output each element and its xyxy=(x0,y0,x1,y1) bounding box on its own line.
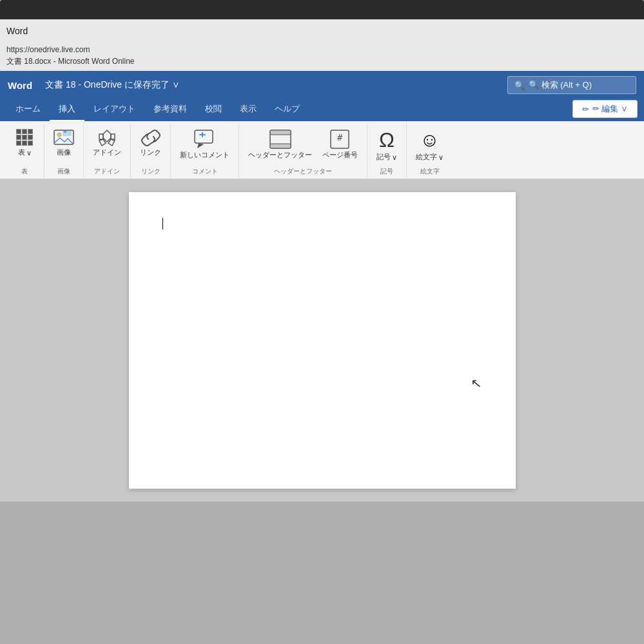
insert-image-button[interactable]: 画像 xyxy=(50,126,78,160)
comment-group-items: 新しいコメント xyxy=(176,126,233,164)
header-footer-icon xyxy=(269,129,292,150)
insert-page-number-button[interactable]: # ページ番号 xyxy=(318,126,362,162)
comment-btn-label: 新しいコメント xyxy=(180,151,229,160)
svg-text:#: # xyxy=(337,132,343,142)
ribbon-group-header-footer: ヘッダーとフッター # ページ番号 ヘッダーとフッター xyxy=(239,124,367,179)
tab-references[interactable]: 参考資料 xyxy=(144,99,196,121)
table-group-label: 表 xyxy=(21,164,28,176)
tab-review[interactable]: 校閲 xyxy=(196,99,231,121)
table-icon xyxy=(16,129,33,146)
browser-title-bar: Word xyxy=(0,19,644,43)
svg-rect-15 xyxy=(270,130,291,135)
word-doc-title[interactable]: 文書 18 - OneDrive に保存完了 ∨ xyxy=(45,79,500,91)
addin-icon xyxy=(97,129,117,147)
addin-group-items: アドイン xyxy=(89,126,125,164)
url-line1: https://onedrive.live.com xyxy=(6,44,638,55)
insert-header-footer-button[interactable]: ヘッダーとフッター xyxy=(244,126,316,162)
emoji-group-items: ☺ 絵文字 ∨ xyxy=(412,126,447,164)
url-bar[interactable]: https://onedrive.live.com 文書 18.docx - M… xyxy=(0,43,644,71)
document-area xyxy=(0,179,644,502)
tab-view[interactable]: 表示 xyxy=(231,99,266,121)
table-btn-label: 表 xyxy=(18,148,25,157)
table-group-items: 表 ∨ xyxy=(10,126,39,164)
image-btn-label: 画像 xyxy=(57,148,71,157)
ribbon-group-image: 画像 画像 xyxy=(44,124,84,179)
svg-point-1 xyxy=(57,133,61,137)
svg-marker-7 xyxy=(111,134,115,139)
image-group-items: 画像 xyxy=(50,126,78,164)
ribbon-group-addin: アドイン アドイン xyxy=(84,124,131,179)
symbol-group-items: Ω 記号 ∨ xyxy=(373,126,401,164)
search-text: 🔍 検索 (Alt + Q) xyxy=(529,79,592,91)
symbol-group-label: 記号 xyxy=(380,164,393,176)
table-dropdown-arrow: ∨ xyxy=(26,149,32,157)
emoji-btn-label: 絵文字 xyxy=(416,153,437,162)
image-group-label: 画像 xyxy=(57,164,70,176)
svg-marker-6 xyxy=(99,134,103,139)
page-number-btn-label: ページ番号 xyxy=(322,151,358,160)
comment-icon xyxy=(193,129,217,150)
svg-rect-10 xyxy=(195,130,213,143)
ribbon-group-symbol: Ω 記号 ∨ 記号 xyxy=(367,124,407,179)
addin-group-label: アドイン xyxy=(94,164,120,176)
word-title-bar: Word 文書 18 - OneDrive に保存完了 ∨ 🔍 🔍 検索 (Al… xyxy=(0,71,644,99)
tab-help[interactable]: ヘルプ xyxy=(266,99,309,121)
app-title: Word xyxy=(6,26,28,36)
insert-symbol-button[interactable]: Ω 記号 ∨ xyxy=(373,126,401,164)
tab-insert[interactable]: 挿入 xyxy=(50,99,84,121)
insert-comment-button[interactable]: 新しいコメント xyxy=(176,126,233,162)
ribbon-tabs-bar: ホーム 挿入 レイアウト 参考資料 校閲 表示 ヘルプ ✏ ✏ 編集 ∨ xyxy=(0,99,644,121)
symbol-btn-label: 記号 xyxy=(376,153,391,162)
ribbon-group-table: 表 ∨ 表 xyxy=(5,124,44,179)
document-page[interactable] xyxy=(129,192,516,489)
ribbon-toolbar: 表 ∨ 表 画像 xyxy=(0,121,644,179)
link-btn-label: リンク xyxy=(140,148,161,157)
link-group-items: リンク xyxy=(136,126,165,164)
pencil-icon: ✏ xyxy=(582,104,589,114)
laptop-top-bar xyxy=(0,0,644,19)
document-cursor xyxy=(162,218,163,229)
svg-rect-2 xyxy=(63,130,72,136)
symbol-dropdown-arrow: ∨ xyxy=(392,153,397,161)
word-search-box[interactable]: 🔍 🔍 検索 (Alt + Q) xyxy=(507,76,636,94)
header-footer-group-items: ヘッダーとフッター # ページ番号 xyxy=(244,126,362,164)
ribbon-group-link: リンク リンク xyxy=(131,124,171,179)
url-line2: 文書 18.docx - Microsoft Word Online xyxy=(6,55,638,67)
emoji-icon: ☺ xyxy=(420,129,440,151)
insert-table-button[interactable]: 表 ∨ xyxy=(10,126,39,160)
addin-btn-label: アドイン xyxy=(93,148,121,157)
insert-addin-button[interactable]: アドイン xyxy=(89,126,125,160)
svg-marker-11 xyxy=(197,143,204,148)
emoji-dropdown-arrow: ∨ xyxy=(438,153,444,161)
ribbon-group-emoji: ☺ 絵文字 ∨ 絵文字 xyxy=(407,124,453,179)
header-footer-group-label: ヘッダーとフッター xyxy=(274,164,332,176)
header-footer-btn-label: ヘッダーとフッター xyxy=(248,151,312,160)
svg-rect-16 xyxy=(270,144,291,148)
emoji-group-label: 絵文字 xyxy=(420,164,440,176)
insert-emoji-button[interactable]: ☺ 絵文字 ∨ xyxy=(412,126,447,164)
edit-button[interactable]: ✏ ✏ 編集 ∨ xyxy=(572,100,638,118)
insert-link-button[interactable]: リンク xyxy=(136,126,165,160)
screen: Word https://onedrive.live.com 文書 18.doc… xyxy=(0,19,644,502)
omega-icon: Ω xyxy=(379,129,395,151)
link-group-label: リンク xyxy=(141,164,161,176)
tab-home[interactable]: ホーム xyxy=(6,99,50,121)
ribbon-group-comment: 新しいコメント コメント xyxy=(171,124,239,179)
image-icon xyxy=(54,129,74,147)
page-number-icon: # xyxy=(329,129,351,150)
search-icon: 🔍 xyxy=(514,81,525,90)
svg-marker-5 xyxy=(103,130,111,142)
tab-layout[interactable]: レイアウト xyxy=(84,99,144,121)
link-icon xyxy=(141,129,161,147)
word-app-name: Word xyxy=(8,80,32,91)
comment-group-label: コメント xyxy=(192,164,218,176)
